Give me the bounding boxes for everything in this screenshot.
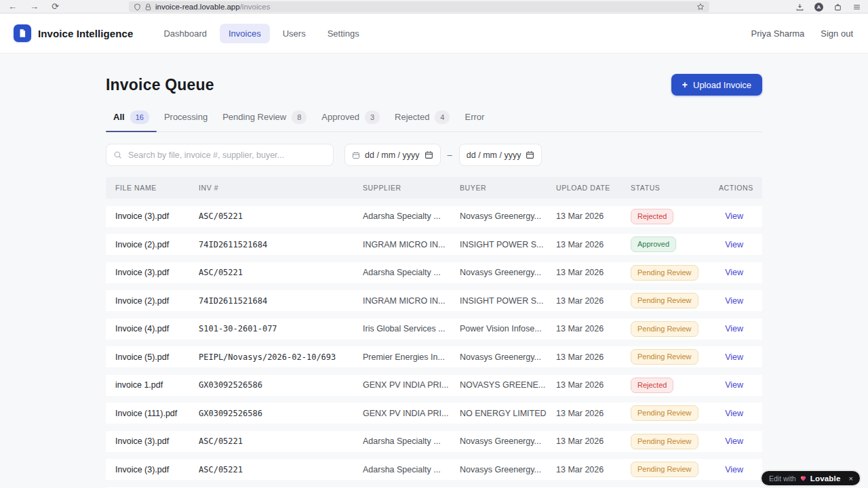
buyer: INSIGHT POWER S...	[460, 240, 556, 249]
search-box[interactable]	[106, 144, 334, 166]
browser-reload-icon[interactable]: ⟳	[52, 2, 59, 11]
upload-date: 13 Mar 2026	[556, 380, 631, 390]
status-badge: Pending Review	[631, 349, 698, 365]
user-name: Priya Sharma	[751, 28, 805, 39]
col-inv: INV #	[199, 184, 363, 192]
col-actions: ACTIONS	[719, 184, 753, 192]
nav-settings[interactable]: Settings	[319, 24, 368, 43]
file-name: Invoice (2).pdf	[115, 240, 199, 249]
bookmark-star-icon[interactable]	[696, 3, 705, 11]
document-icon	[18, 28, 27, 38]
status-badge: Pending Review	[631, 321, 698, 337]
status-badge: Approved	[631, 237, 676, 252]
view-link[interactable]: View	[725, 240, 743, 249]
shield-icon[interactable]	[134, 3, 141, 11]
table-row: Invoice (3).pdf ASC/05221 Adarsha Specia…	[106, 431, 762, 452]
view-link[interactable]: View	[725, 465, 743, 474]
status-badge: Pending Review	[631, 265, 698, 281]
browser-toolbar: ← → ⟳ invoice-read.lovable.app/invoices …	[0, 0, 868, 14]
app-header: Invoice Intelligence Dashboard Invoices …	[0, 14, 868, 54]
invoice-number: 74ID2611521684	[199, 296, 363, 306]
app-logo	[14, 24, 31, 42]
table-row: Invoice (2).pdf 74ID2611521684 INGRAM MI…	[106, 234, 762, 255]
plus-icon: +	[682, 80, 688, 89]
buyer: Novasys Greenergy...	[460, 352, 556, 362]
view-link[interactable]: View	[725, 211, 743, 221]
calendar-picker-icon[interactable]	[425, 150, 433, 159]
upload-date: 13 Mar 2026	[556, 240, 631, 249]
browser-forward-icon[interactable]: →	[30, 2, 39, 11]
col-supplier: SUPPLIER	[363, 184, 460, 192]
buyer: Novasys Greenergy...	[460, 211, 556, 221]
browser-back-icon[interactable]: ←	[8, 2, 17, 11]
tab-rejected[interactable]: Rejected 4	[387, 110, 457, 131]
supplier: Adarsha Specialty ...	[363, 465, 460, 474]
supplier: Adarsha Specialty ...	[363, 436, 460, 446]
lovable-close-icon[interactable]: ×	[849, 474, 853, 483]
nav-users[interactable]: Users	[274, 24, 315, 43]
extensions-icon[interactable]	[833, 3, 842, 12]
invoice-number: 74ID2611521684	[199, 240, 363, 249]
tab-rejected-count: 4	[435, 110, 450, 124]
view-link[interactable]: View	[725, 268, 743, 277]
status-tabs: All 16 Processing Pending Review 8 Appro…	[106, 110, 762, 132]
supplier: INGRAM MICRO IN...	[363, 296, 460, 306]
lovable-brand-label: Lovable	[810, 474, 841, 483]
view-link[interactable]: View	[725, 324, 743, 333]
table-row: Invoice (111).pdf GX03092526586 GENX PV …	[106, 403, 762, 424]
view-link[interactable]: View	[725, 296, 743, 306]
sign-out-button[interactable]: Sign out	[821, 28, 853, 39]
status-badge: Pending Review	[631, 462, 698, 477]
table-row: Invoice (3).pdf ASC/05221 Adarsha Specia…	[106, 206, 762, 227]
file-name: Invoice (5).pdf	[115, 352, 199, 362]
app-title: Invoice Intelligence	[38, 28, 133, 39]
upload-date: 13 Mar 2026	[556, 296, 631, 306]
status-badge: Pending Review	[631, 293, 698, 308]
invoice-number: S101-30-2601-077	[199, 324, 363, 333]
tab-error[interactable]: Error	[457, 110, 492, 131]
date-from-input[interactable]: dd / mm / yyyy	[344, 144, 441, 166]
view-link[interactable]: View	[725, 352, 743, 362]
supplier: Premier Energies In...	[363, 352, 460, 362]
tab-all[interactable]: All 16	[106, 110, 157, 131]
download-icon[interactable]	[795, 3, 804, 12]
buyer: Power Vision Infose...	[460, 324, 556, 333]
menu-icon[interactable]	[852, 3, 861, 12]
tab-processing[interactable]: Processing	[157, 110, 215, 131]
file-name: Invoice (3).pdf	[115, 211, 199, 221]
upload-date: 13 Mar 2026	[556, 352, 631, 362]
main-content: Invoice Queue + Upload Invoice All 16 Pr…	[0, 54, 868, 488]
tab-approved[interactable]: Approved 3	[314, 110, 387, 131]
invoice-number: ASC/05221	[199, 436, 363, 446]
nav-invoices[interactable]: Invoices	[220, 24, 270, 43]
lock-icon	[144, 3, 152, 11]
supplier: Adarsha Specialty ...	[363, 211, 460, 221]
file-name: invoice 1.pdf	[115, 380, 199, 390]
supplier: GENX PV INDIA PRI...	[363, 409, 460, 418]
nav-dashboard[interactable]: Dashboard	[155, 24, 216, 43]
col-status: STATUS	[631, 184, 719, 192]
date-to-input[interactable]: dd / mm / yyyy	[459, 144, 542, 166]
file-name: Invoice (3).pdf	[115, 268, 199, 277]
table-header: FILE NAME INV # SUPPLIER BUYER UPLOAD DA…	[106, 177, 762, 199]
edit-with-lovable-badge[interactable]: Edit with Lovable ×	[760, 470, 861, 487]
search-input[interactable]	[127, 150, 326, 161]
view-link[interactable]: View	[725, 409, 743, 418]
buyer: INSIGHT POWER S...	[460, 296, 556, 306]
main-nav: Dashboard Invoices Users Settings	[155, 24, 368, 43]
table-row: invoice 1.pdf GX03092526586 GENX PV INDI…	[106, 375, 762, 396]
view-link[interactable]: View	[725, 380, 743, 390]
tab-pending-review[interactable]: Pending Review 8	[215, 110, 314, 131]
status-badge: Pending Review	[631, 434, 698, 449]
upload-invoice-button[interactable]: + Upload Invoice	[671, 74, 762, 96]
tab-all-count: 16	[130, 110, 149, 124]
address-bar[interactable]: invoice-read.lovable.app/invoices	[129, 1, 709, 12]
upload-date: 13 Mar 2026	[556, 465, 631, 474]
browser-profile-avatar[interactable]: A	[814, 3, 823, 12]
calendar-picker-icon[interactable]	[526, 150, 534, 159]
view-link[interactable]: View	[725, 436, 743, 446]
supplier: Iris Global Services ...	[363, 324, 460, 333]
upload-date: 13 Mar 2026	[556, 268, 631, 277]
status-badge: Rejected	[631, 209, 673, 224]
buyer: Novasys Greenergy...	[460, 436, 556, 446]
